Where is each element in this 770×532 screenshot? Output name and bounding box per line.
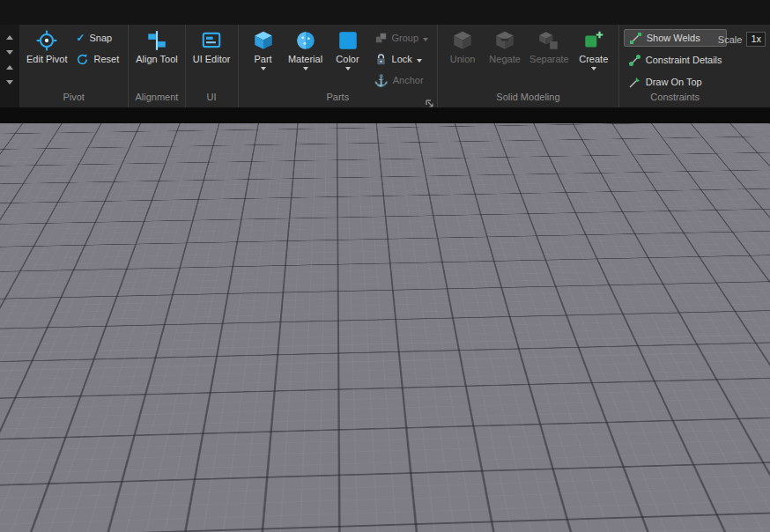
group-label-solid-modeling: Solid Modeling — [438, 91, 618, 107]
chevron-up-icon — [6, 65, 13, 70]
caret-down-icon — [303, 67, 308, 70]
ribbon-viewport-divider — [0, 107, 770, 123]
snap-checkbox[interactable]: ✓ Snap — [71, 29, 123, 47]
ribbon-group-ui: UI Editor UI — [186, 25, 239, 107]
constraint-details-toggle[interactable]: Constraint Details — [624, 51, 727, 69]
union-button[interactable]: Union — [442, 27, 483, 66]
group-label-constraints: Constraints — [619, 91, 731, 107]
create-label: Create — [579, 54, 608, 64]
ribbon-scroll-controls — [0, 25, 19, 107]
group-objects-icon — [374, 32, 388, 45]
roblox-studio-window: Edit Pivot ✓ Snap Reset Pivot — [0, 0, 770, 532]
align-tool-button[interactable]: Align Tool — [133, 27, 181, 66]
ribbon-scroll-down-button[interactable] — [4, 47, 16, 57]
lock-button[interactable]: Lock — [370, 50, 433, 68]
ribbon-scroll-down-button-2[interactable] — [4, 77, 16, 87]
group-label: Group — [392, 33, 419, 43]
constraint-details-label: Constraint Details — [646, 55, 722, 65]
caret-down-icon — [345, 67, 351, 70]
separate-label: Separate — [529, 54, 569, 64]
ribbon-group-pivot: Edit Pivot ✓ Snap Reset Pivot — [19, 25, 129, 107]
lock-icon — [374, 53, 388, 66]
draw-on-top-toggle[interactable]: Draw On Top — [624, 73, 727, 91]
parts-popout-icon[interactable] — [426, 96, 434, 105]
chevron-up-icon — [6, 35, 13, 40]
chevron-down-icon — [6, 50, 13, 55]
color-button[interactable]: Color — [328, 27, 368, 72]
edit-pivot-icon — [35, 29, 58, 52]
material-button[interactable]: Material — [285, 27, 326, 72]
align-tool-label: Align Tool — [136, 54, 178, 64]
ribbon-toolbar: Edit Pivot ✓ Snap Reset Pivot — [0, 25, 770, 107]
constraint-details-icon — [628, 54, 641, 67]
caret-down-icon — [591, 67, 596, 70]
ribbon-scroll-up-button[interactable] — [4, 32, 16, 42]
union-icon — [451, 29, 474, 52]
color-swatch-icon — [337, 29, 359, 52]
separate-icon — [537, 29, 560, 52]
snap-label: Snap — [90, 33, 113, 43]
group-label-parts: Parts — [239, 91, 438, 107]
reset-icon — [76, 53, 89, 66]
show-welds-label: Show Welds — [647, 33, 700, 43]
ribbon-group-solid-modeling: Union Negate Separate — [438, 25, 619, 107]
draw-on-top-icon — [628, 76, 641, 89]
ui-editor-icon — [200, 29, 223, 52]
scale-value-box[interactable]: 1x — [746, 32, 766, 47]
ui-editor-label: UI Editor — [193, 54, 231, 64]
caret-down-icon — [423, 38, 428, 41]
group-label-alignment: Alignment — [129, 91, 185, 107]
edit-pivot-label: Edit Pivot — [26, 54, 67, 64]
create-button[interactable]: Create — [574, 27, 614, 72]
separate-button[interactable]: Separate — [527, 27, 572, 66]
negate-label: Negate — [489, 54, 520, 64]
viewport-3d[interactable] — [0, 123, 770, 532]
part-cube-icon — [252, 29, 275, 52]
create-icon — [582, 29, 605, 52]
check-icon: ✓ — [76, 33, 85, 43]
lock-label: Lock — [392, 54, 412, 64]
group-label-ui: UI — [186, 91, 238, 107]
scene-overlay — [0, 123, 770, 532]
ribbon-group-alignment: Align Tool Alignment — [129, 25, 186, 107]
part-button[interactable]: Part — [243, 27, 284, 72]
ribbon-group-parts: Part Material Color — [239, 25, 439, 107]
show-welds-icon — [629, 32, 642, 45]
reset-pivot-button[interactable]: Reset — [71, 50, 123, 68]
negate-button[interactable]: Negate — [485, 27, 525, 66]
edit-pivot-button[interactable]: Edit Pivot — [24, 27, 70, 66]
scale-control: Scale 1x — [718, 32, 766, 47]
union-label: Union — [450, 54, 476, 64]
material-icon — [294, 29, 317, 52]
material-label: Material — [288, 54, 322, 64]
reset-label: Reset — [93, 54, 119, 64]
scale-label: Scale — [718, 34, 743, 45]
group-button[interactable]: Group — [370, 29, 433, 47]
negate-icon — [493, 29, 516, 52]
anchor-icon: ⚓ — [374, 75, 389, 86]
color-label: Color — [336, 54, 359, 64]
caret-down-icon — [417, 59, 422, 63]
group-label-pivot: Pivot — [19, 91, 128, 107]
draw-on-top-label: Draw On Top — [646, 77, 702, 87]
ribbon-group-constraints: Show Welds Constraint Details Draw On To… — [619, 25, 731, 107]
show-welds-toggle[interactable]: Show Welds — [624, 29, 727, 47]
part-label: Part — [254, 54, 271, 64]
anchor-button[interactable]: ⚓ Anchor — [370, 71, 433, 89]
ui-editor-button[interactable]: UI Editor — [190, 27, 233, 66]
ribbon-scroll-up-button-2[interactable] — [4, 62, 16, 72]
caret-down-icon — [261, 67, 266, 70]
mouse-cursor — [692, 459, 702, 476]
align-tool-icon — [145, 29, 168, 52]
chevron-down-icon — [6, 80, 13, 85]
anchor-label: Anchor — [393, 75, 424, 85]
titlebar — [0, 0, 770, 25]
